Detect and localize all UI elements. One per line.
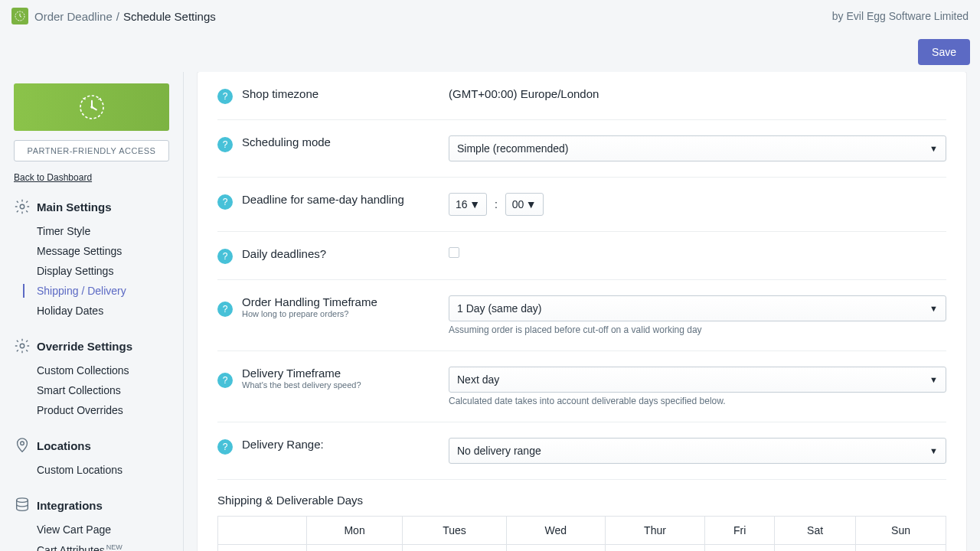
nav-item[interactable]: Display Settings <box>0 261 183 281</box>
nav-section-head: Override Settings <box>0 334 183 360</box>
svg-point-6 <box>17 498 28 503</box>
chevron-down-icon: ▼ <box>929 446 938 455</box>
nav-section-head: Locations <box>0 434 183 460</box>
row-deadline: ? Deadline for same-day handling 16▼ : 0… <box>217 178 946 232</box>
help-icon[interactable]: ? <box>217 439 233 455</box>
vendor-byline: by Evil Egg Software Limited <box>832 10 969 22</box>
helper-delivery: Calculated date takes into account deliv… <box>449 396 946 406</box>
label-handling: Order Handling Timeframe <box>242 295 449 308</box>
nav-item[interactable]: Timer Style <box>0 221 183 241</box>
nav-item[interactable]: Cart AttributesNEW <box>0 540 183 551</box>
days-section-title: Shipping & Deliverable Days <box>217 480 946 516</box>
days-table: MonTuesWedThurFriSatSun Working Daysor s… <box>217 516 946 551</box>
select-scheduling-mode[interactable]: Simple (recommended)▼ <box>449 135 946 161</box>
nav-section-head: Main Settings <box>0 195 183 221</box>
breadcrumb-app[interactable]: Order Deadline <box>34 10 113 23</box>
label-deadline: Deadline for same-day handling <box>242 193 449 206</box>
help-icon[interactable]: ? <box>217 194 233 210</box>
nav-item[interactable]: Product Overrides <box>0 400 183 420</box>
breadcrumb-separator: / <box>116 10 119 23</box>
label-timezone: Shop timezone <box>242 87 449 100</box>
back-to-dashboard-link[interactable]: Back to Dashboard <box>14 172 169 183</box>
day-col-head: Thur <box>606 517 705 545</box>
chevron-down-icon: ▼ <box>929 144 938 153</box>
chevron-down-icon: ▼ <box>929 304 938 313</box>
day-col-head: Sat <box>775 517 856 545</box>
row-delivery-timeframe: ? Delivery Timeframe What's the best del… <box>217 351 946 422</box>
brand-banner <box>14 83 169 131</box>
sublabel-delivery: What's the best delivery speed? <box>242 380 449 390</box>
help-icon[interactable]: ? <box>217 249 233 264</box>
day-col-head: Tues <box>403 517 507 545</box>
svg-point-3 <box>20 204 24 209</box>
row-daily-deadlines: ? Daily deadlines? <box>217 232 946 280</box>
row-timezone: ? Shop timezone (GMT+00:00) Europe/Londo… <box>217 72 946 120</box>
svg-point-4 <box>20 344 24 348</box>
svg-point-5 <box>21 442 24 445</box>
nav-item[interactable]: Custom Locations <box>0 460 183 480</box>
help-icon[interactable]: ? <box>217 302 233 317</box>
nav-item[interactable]: View Cart Page <box>0 520 183 540</box>
day-col-head: Fri <box>705 517 775 545</box>
settings-panel: ? Shop timezone (GMT+00:00) Europe/Londo… <box>198 72 966 551</box>
nav-item[interactable]: Holiday Dates <box>0 301 183 321</box>
row-delivery-range: ? Delivery Range: No delivery range▼ <box>217 422 946 480</box>
main-content: ? Shop timezone (GMT+00:00) Europe/Londo… <box>184 72 980 551</box>
nav-item[interactable]: Message Settings <box>0 241 183 261</box>
select-deadline-minute[interactable]: 00▼ <box>505 193 544 216</box>
nav-section-head: Integrations <box>0 494 183 520</box>
select-deadline-hour[interactable]: 16▼ <box>449 193 487 216</box>
day-col-head: Mon <box>307 517 403 545</box>
value-timezone: (GMT+00:00) Europe/London <box>449 87 946 100</box>
help-icon[interactable]: ? <box>217 89 233 104</box>
chevron-down-icon: ▼ <box>526 198 537 210</box>
help-icon[interactable]: ? <box>217 137 233 152</box>
label-delivery: Delivery Timeframe <box>242 367 449 380</box>
partner-access-button[interactable]: PARTNER-FRIENDLY ACCESS <box>14 140 169 161</box>
sublabel-handling: How long to prepare orders? <box>242 309 449 318</box>
nav-item[interactable]: Shipping / Delivery <box>0 281 183 301</box>
select-delivery[interactable]: Next day▼ <box>449 367 946 393</box>
chevron-down-icon: ▼ <box>929 375 938 384</box>
label-scheduling-mode: Scheduling mode <box>242 135 449 148</box>
label-range: Delivery Range: <box>242 438 449 451</box>
day-col-head: Sun <box>856 517 946 545</box>
row-handling-timeframe: ? Order Handling Timeframe How long to p… <box>217 280 946 351</box>
select-handling[interactable]: 1 Day (same day)▼ <box>449 295 946 321</box>
nav-item[interactable]: Custom Collections <box>0 360 183 380</box>
label-daily-deadlines: Daily deadlines? <box>242 247 449 260</box>
action-bar: Save <box>0 32 980 72</box>
nav-item[interactable]: Smart Collections <box>0 380 183 400</box>
top-bar: Order Deadline / Schedule Settings by Ev… <box>0 0 980 32</box>
help-icon[interactable]: ? <box>217 373 233 388</box>
checkbox-daily-deadlines[interactable] <box>449 247 459 258</box>
app-logo-icon <box>11 8 28 24</box>
chevron-down-icon: ▼ <box>469 198 480 210</box>
breadcrumb-page: Schedule Settings <box>123 10 216 23</box>
row-scheduling-mode: ? Scheduling mode Simple (recommended)▼ <box>217 120 946 178</box>
save-button[interactable]: Save <box>918 39 970 65</box>
sidebar: PARTNER-FRIENDLY ACCESS Back to Dashboar… <box>0 72 184 551</box>
helper-handling: Assuming order is placed before cut-off … <box>449 324 946 335</box>
select-range[interactable]: No delivery range▼ <box>449 438 946 464</box>
day-col-head: Wed <box>506 517 605 545</box>
